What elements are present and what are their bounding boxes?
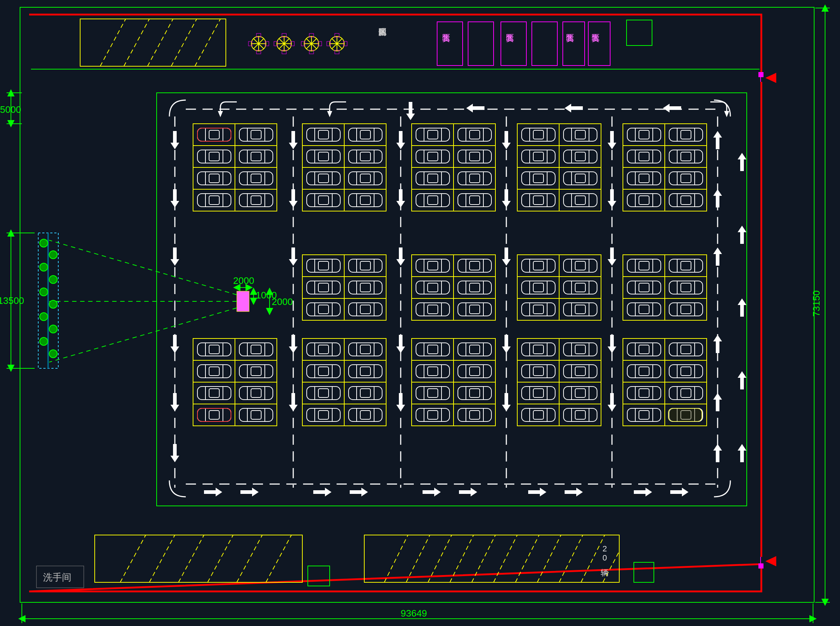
svg-text:洗手间: 洗手间 bbox=[43, 572, 71, 583]
svg-text:2000: 2000 bbox=[272, 296, 293, 307]
svg-text:93649: 93649 bbox=[401, 608, 427, 619]
svg-rect-21 bbox=[758, 563, 763, 568]
svg-rect-51 bbox=[237, 291, 249, 311]
svg-rect-20 bbox=[758, 72, 763, 77]
svg-rect-17 bbox=[0, 0, 840, 626]
svg-rect-50 bbox=[669, 408, 702, 421]
svg-text:2000: 2000 bbox=[233, 275, 254, 286]
svg-text:73150: 73150 bbox=[811, 290, 822, 317]
svg-text:5000: 5000 bbox=[0, 104, 21, 115]
svg-text:13500: 13500 bbox=[0, 295, 24, 306]
drawing-canvas[interactable]: 休闲观影区 售卖区 售卖区 售卖区 售卖区 bbox=[0, 0, 840, 626]
